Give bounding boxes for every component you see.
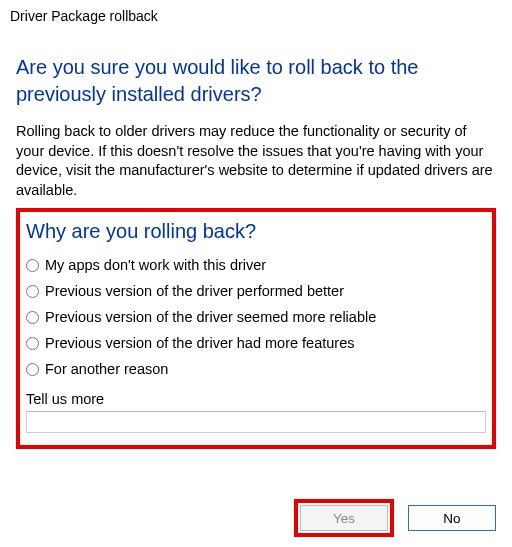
no-button[interactable]: No bbox=[408, 505, 496, 531]
reason-radio-another[interactable] bbox=[26, 363, 39, 376]
reason-label: Previous version of the driver performed… bbox=[45, 283, 344, 299]
reason-radio-performed-better[interactable] bbox=[26, 285, 39, 298]
yes-button-highlight: Yes bbox=[294, 499, 394, 537]
yes-button[interactable]: Yes bbox=[300, 505, 388, 531]
reason-option: Previous version of the driver performed… bbox=[26, 283, 486, 299]
button-bar: Yes No bbox=[294, 499, 496, 537]
reason-radio-apps[interactable] bbox=[26, 259, 39, 272]
main-heading: Are you sure you would like to roll back… bbox=[16, 54, 496, 108]
window-title: Driver Package rollback bbox=[0, 0, 512, 28]
reason-label: Previous version of the driver had more … bbox=[45, 335, 354, 351]
tellus-input[interactable] bbox=[26, 411, 486, 433]
reason-section: Why are you rolling back? My apps don't … bbox=[16, 208, 496, 449]
warning-text: Rolling back to older drivers may reduce… bbox=[16, 122, 496, 200]
reason-heading: Why are you rolling back? bbox=[26, 220, 486, 243]
reason-option: For another reason bbox=[26, 361, 486, 377]
reason-label: My apps don't work with this driver bbox=[45, 257, 266, 273]
reason-radio-more-features[interactable] bbox=[26, 337, 39, 350]
tellus-label: Tell us more bbox=[26, 391, 486, 407]
reason-option: Previous version of the driver seemed mo… bbox=[26, 309, 486, 325]
reason-option: Previous version of the driver had more … bbox=[26, 335, 486, 351]
reason-radio-group: My apps don't work with this driver Prev… bbox=[26, 257, 486, 377]
dialog-content: Are you sure you would like to roll back… bbox=[0, 28, 512, 449]
reason-label: For another reason bbox=[45, 361, 168, 377]
reason-radio-more-reliable[interactable] bbox=[26, 311, 39, 324]
reason-option: My apps don't work with this driver bbox=[26, 257, 486, 273]
reason-label: Previous version of the driver seemed mo… bbox=[45, 309, 376, 325]
